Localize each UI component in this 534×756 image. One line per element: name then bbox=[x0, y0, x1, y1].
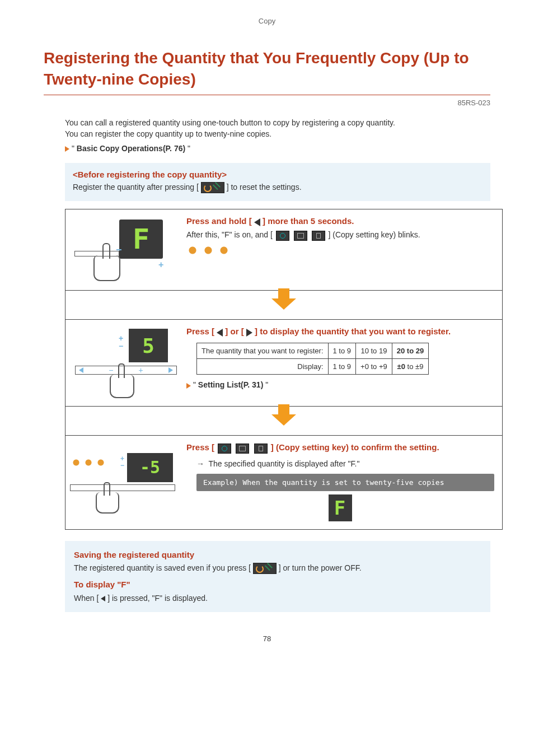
step3-title-pre: Press [ bbox=[186, 442, 214, 452]
device-illustration: +− -5 bbox=[69, 452, 175, 514]
copy-key-icon-3 bbox=[312, 231, 325, 241]
hand-icon bbox=[96, 492, 119, 514]
basic-copy-link[interactable]: Basic Copy Operations(P. 76) bbox=[77, 144, 185, 153]
qty-label: The quantity that you want to register: bbox=[197, 343, 329, 359]
step-2-illustration: 5 +− −+ bbox=[65, 320, 179, 406]
copy-key-icon-1 bbox=[276, 231, 289, 241]
page-number: 78 bbox=[44, 634, 490, 643]
table-row: The quantity that you want to register: … bbox=[197, 343, 429, 359]
reset-key-icon bbox=[201, 182, 224, 193]
saving-pre: The registered quantity is saved even if… bbox=[74, 563, 251, 572]
step-1-illustration: F − + bbox=[65, 209, 179, 290]
step2-title-mid: ] or [ bbox=[223, 326, 246, 336]
blink-icons bbox=[186, 244, 494, 256]
blink-icon bbox=[71, 458, 81, 468]
left-arrow-icon bbox=[217, 329, 223, 337]
hand-icon bbox=[110, 375, 134, 398]
example-label: Example) When the quantity is set to twe… bbox=[196, 474, 494, 491]
page-title: Registering the Quantity that You Freque… bbox=[44, 48, 490, 95]
display-label: Display: bbox=[197, 359, 329, 375]
link-quote-open: " bbox=[72, 144, 77, 153]
arrow-divider bbox=[65, 406, 502, 435]
play-icon bbox=[65, 146, 69, 152]
step-1-row: F − + Press and hold [ ] more than 5 sec… bbox=[65, 209, 502, 290]
page: Copy Registering the Quantity that You F… bbox=[0, 0, 534, 665]
before-registering-box: <Before registering the copy quantity> R… bbox=[65, 163, 490, 201]
device-illustration: 5 +− −+ bbox=[72, 326, 172, 399]
steps-table: F − + Press and hold [ ] more than 5 sec… bbox=[65, 209, 503, 529]
step-2-title: Press [ ] or [ ] to display the quantity… bbox=[186, 325, 494, 337]
arrow-divider bbox=[65, 290, 502, 319]
right-arrow-icon bbox=[168, 367, 173, 373]
intro-text: You can call a registered quantity using… bbox=[65, 117, 490, 140]
right-arrow-icon bbox=[246, 329, 252, 337]
example-display: F bbox=[186, 494, 494, 521]
setting-list-link-row: " Setting List(P. 31) " bbox=[186, 380, 494, 389]
intro-line1: You can call a registered quantity using… bbox=[65, 118, 395, 127]
step-1-body: Press and hold [ ] more than 5 seconds. … bbox=[179, 209, 502, 290]
copy-key-icon-2 bbox=[294, 231, 307, 241]
blink-icon bbox=[83, 458, 93, 468]
step-3-sub: → The specified quantity is displayed af… bbox=[196, 459, 494, 468]
left-arrow-icon bbox=[254, 218, 260, 226]
step-1-sub: After this, "F" is on, and [ ] (Copy set… bbox=[186, 229, 494, 241]
sublink-quote-close: " bbox=[263, 380, 268, 389]
step-2-body: Press [ ] or [ ] to display the quantity… bbox=[179, 320, 502, 406]
link-quote-close: " bbox=[185, 144, 190, 153]
left-arrow-icon bbox=[79, 367, 83, 373]
display-cell: 1 to 9 bbox=[328, 359, 356, 375]
display-char: F bbox=[133, 223, 149, 255]
section-label: Copy bbox=[44, 17, 490, 25]
display-cell: +0 to +9 bbox=[356, 359, 392, 375]
step2-title-pre: Press [ bbox=[186, 326, 217, 336]
before-title: <Before registering the copy quantity> bbox=[73, 170, 483, 179]
reset-key-icon bbox=[253, 563, 277, 574]
qty-cell: 20 to 29 bbox=[392, 343, 428, 359]
intro-line2: You can register the copy quantity up to… bbox=[65, 129, 271, 138]
qty-cell: 1 to 9 bbox=[328, 343, 356, 359]
quantity-table: The quantity that you want to register: … bbox=[196, 343, 429, 375]
hand-icon bbox=[93, 255, 120, 281]
step1-sub-post: ] (Copy setting key) blinks. bbox=[328, 230, 420, 239]
step2-title-post: ] to display the quantity that you want … bbox=[252, 326, 451, 336]
step3-sub-text: The specified quantity is displayed afte… bbox=[209, 459, 360, 468]
step-3-row: +− -5 Press [ ] (Copy setting key) to co… bbox=[65, 435, 502, 529]
display-text: -5 bbox=[140, 458, 160, 477]
step1-title-post: ] more than 5 seconds. bbox=[260, 216, 354, 226]
table-row: Display: 1 to 9 +0 to +9 ±0 to ±9 bbox=[197, 359, 429, 375]
before-pre: Register the quantity after pressing [ bbox=[73, 183, 199, 192]
step1-title-pre: Press and hold [ bbox=[186, 216, 254, 226]
displayf-pre: When [ bbox=[74, 594, 101, 603]
step1-sub-pre: After this, "F" is on, and [ bbox=[186, 230, 273, 239]
down-arrow-icon bbox=[271, 298, 296, 310]
before-post: ] to reset the settings. bbox=[227, 183, 302, 192]
step-3-illustration: +− -5 bbox=[65, 436, 179, 529]
qty-cell: 10 to 19 bbox=[356, 343, 392, 359]
play-icon bbox=[186, 383, 191, 389]
display-f-title: To display "F" bbox=[74, 578, 481, 591]
saving-post: ] or turn the power OFF. bbox=[279, 563, 362, 572]
step-2-row: 5 +− −+ Press [ ] or [ ] to display the … bbox=[65, 319, 502, 406]
step-3-title: Press [ ] (Copy setting key) to confirm … bbox=[186, 441, 494, 453]
displayf-post: ] is pressed, "F" is displayed. bbox=[105, 594, 208, 603]
saving-line: The registered quantity is saved even if… bbox=[74, 562, 481, 574]
display-char: 5 bbox=[142, 334, 154, 357]
copy-key-icon-3 bbox=[254, 444, 268, 454]
step3-title-post: ] (Copy setting key) to confirm the sett… bbox=[271, 442, 439, 452]
saving-title: Saving the registered quantity bbox=[74, 549, 481, 562]
sublink-quote-open: " bbox=[193, 380, 198, 389]
display-cell: ±0 to ±9 bbox=[392, 359, 428, 375]
down-arrow-icon bbox=[271, 414, 296, 426]
before-line: Register the quantity after pressing [ ]… bbox=[73, 181, 483, 193]
display-f-line: When [ ] is pressed, "F" is displayed. bbox=[74, 592, 481, 604]
basic-copy-link-row: " Basic Copy Operations(P. 76) " bbox=[65, 144, 490, 153]
blink-icon bbox=[202, 244, 214, 256]
setting-list-link[interactable]: Setting List(P. 31) bbox=[198, 380, 263, 389]
step-3-body: Press [ ] (Copy setting key) to confirm … bbox=[179, 436, 502, 529]
device-illustration: F − + bbox=[74, 216, 170, 283]
copy-key-icon-2 bbox=[236, 444, 249, 454]
copy-key-icon-1 bbox=[218, 444, 231, 454]
blink-icon bbox=[218, 244, 230, 256]
blink-icon bbox=[186, 244, 199, 256]
blink-icon bbox=[96, 458, 106, 468]
